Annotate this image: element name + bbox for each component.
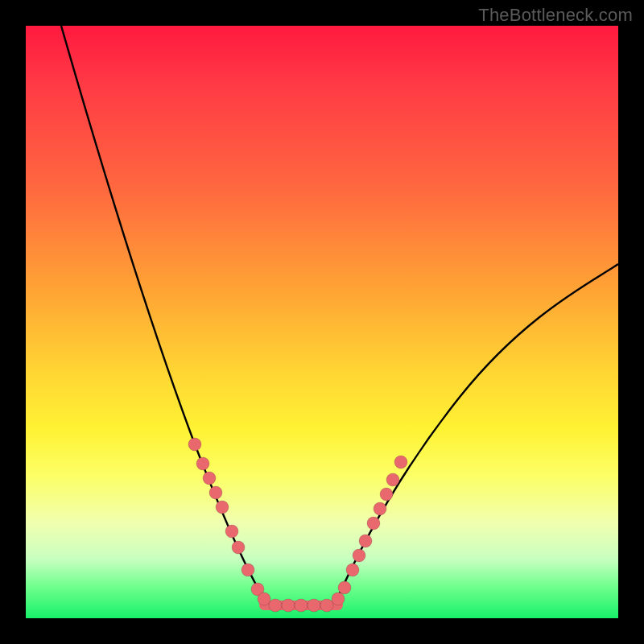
svg-point-19 <box>394 456 407 469</box>
svg-point-18 <box>386 473 399 486</box>
svg-point-9 <box>258 592 270 605</box>
chart-frame: TheBottleneck.com <box>0 0 644 644</box>
chart-plot-area <box>26 26 618 618</box>
svg-point-15 <box>367 517 380 530</box>
svg-point-23 <box>308 599 320 612</box>
bottleneck-curve <box>26 26 618 618</box>
svg-point-0 <box>188 438 201 451</box>
svg-point-7 <box>242 564 254 576</box>
svg-point-2 <box>203 472 216 485</box>
svg-point-20 <box>269 599 282 612</box>
svg-point-4 <box>216 501 229 514</box>
svg-point-10 <box>332 592 345 605</box>
marker-cluster-left <box>188 438 270 605</box>
svg-point-12 <box>346 564 359 576</box>
svg-point-21 <box>282 599 295 612</box>
svg-point-5 <box>225 525 238 538</box>
marker-cluster-bottom <box>269 599 333 612</box>
svg-point-1 <box>196 457 209 470</box>
svg-point-17 <box>380 488 393 501</box>
marker-cluster-right <box>332 456 407 605</box>
svg-point-24 <box>320 599 333 612</box>
watermark-text: TheBottleneck.com <box>478 5 633 26</box>
svg-point-22 <box>295 599 308 612</box>
svg-point-14 <box>359 535 372 547</box>
curve-right-branch <box>335 264 618 604</box>
svg-point-11 <box>338 581 351 594</box>
svg-point-3 <box>209 486 222 499</box>
svg-point-13 <box>353 549 365 562</box>
curve-left-branch <box>61 26 267 604</box>
svg-point-6 <box>232 541 245 554</box>
svg-point-16 <box>374 502 386 515</box>
